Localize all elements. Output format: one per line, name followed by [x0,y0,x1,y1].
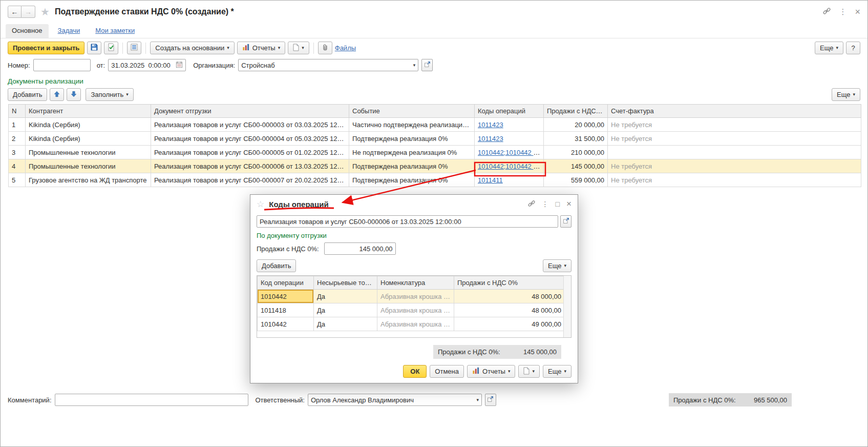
cell-contractor[interactable]: Kikinda (Сербия) [26,118,151,132]
post-and-close-button[interactable]: Провести и закрыть [8,42,84,54]
cell-contractor[interactable]: Промышленные технологии [26,159,151,173]
col-header-sales[interactable]: Продажи с НДС 0% [454,276,565,290]
cell-event[interactable]: Подтверждена реализация 0% [349,132,475,146]
files-link[interactable]: Файлы [335,44,356,52]
responsible-combo[interactable]: ▾ [308,394,482,406]
maximize-icon[interactable]: □ [556,200,560,208]
link-icon[interactable] [528,200,535,209]
cell-event[interactable]: Частично подтверждена реализация 0% [349,118,475,132]
date-input[interactable] [111,62,174,69]
combo-caret-icon[interactable]: ▾ [476,398,479,402]
cell-event[interactable]: Подтверждена реализация 0% [349,173,475,187]
cell-event[interactable]: Подтверждена реализация 0% [349,159,475,173]
cell-contractor[interactable]: Промышленные технологии [26,146,151,159]
cell-non-raw[interactable]: Да [314,303,377,317]
cell-doc[interactable]: Реализация товаров и услуг СБ00-000004 о… [151,132,349,146]
save-button[interactable] [87,42,101,54]
cell-codes[interactable]: 1010442;1010442 и… [475,159,544,173]
cell-invoice[interactable]: Не требуется [608,132,861,146]
dialog-add-button[interactable]: Добавить [257,259,296,272]
fill-button[interactable]: Заполнить ▾ [86,88,133,101]
organization-open-button[interactable] [421,59,433,71]
col-header-event[interactable]: Событие [349,105,475,118]
cell-n[interactable]: 1 [9,118,26,132]
cell-codes[interactable]: 1011423 [475,132,544,146]
col-header-doc[interactable]: Документ отгрузки [151,105,349,118]
cell-sales[interactable]: 48 000,00 [454,290,565,303]
cell-n[interactable]: 2 [9,132,26,146]
kebab-icon[interactable]: ⋮ [542,200,549,208]
tab-notes[interactable]: Мои заметки [89,24,141,38]
by-shipment-doc-link[interactable]: По документу отгрузки [257,232,327,239]
favorite-star-outline-icon[interactable]: ☆ [257,199,264,210]
cell-doc[interactable]: Реализация товаров и услуг СБ00-000006 о… [151,159,349,173]
cell-sales[interactable]: 145 000,00 [544,159,608,173]
reports-button[interactable]: Отчеты ▾ [237,42,285,54]
col-header-invoice[interactable]: Счет-фактура [608,105,861,118]
table-row[interactable]: 3 Промышленные технологии Реализация тов… [9,146,861,159]
responsible-input[interactable] [311,396,474,404]
dialog-table-row[interactable]: 1010442 Да Абразивная крошка №4 49 000,0… [258,317,565,331]
col-header-sales[interactable]: Продажи с НДС 0% [544,105,608,118]
cell-code-current[interactable]: 1010442 [258,290,314,303]
operation-codes-link[interactable]: 1011411 [478,176,503,184]
cell-codes[interactable]: 1010442;1010442 и… [475,146,544,159]
cell-sales[interactable]: 48 000,00 [454,303,565,317]
ok-button[interactable]: ОК [403,365,427,378]
move-down-button[interactable] [67,88,81,101]
cell-nomenclature[interactable]: Абразивная крошка №3 [377,290,454,303]
more-button[interactable]: Еще ▾ [815,42,843,54]
cell-doc[interactable]: Реализация товаров и услуг СБ00-000003 о… [151,118,349,132]
col-header-contractor[interactable]: Контрагент [26,105,151,118]
cell-sales[interactable]: 20 000,00 [544,118,608,132]
register-records-button[interactable] [127,42,141,54]
dialog-templates-dropdown-button[interactable]: ▾ [518,365,540,378]
scrollbar[interactable] [563,276,571,337]
back-button[interactable]: ← [8,6,22,18]
add-row-button[interactable]: Добавить [8,88,47,101]
col-header-code[interactable]: Код операции [258,276,314,290]
dialog-table-row-selected[interactable]: 1010442 Да Абразивная крошка №3 48 000,0… [258,290,565,303]
cell-invoice[interactable] [608,146,861,159]
operation-codes-link[interactable]: 1011423 [478,121,503,129]
dialog-more-button[interactable]: Еще ▾ [543,259,571,272]
post-button[interactable] [104,42,118,54]
cell-sales[interactable]: 559 000,00 [544,173,608,187]
operation-codes-link[interactable]: 1010442;1010442 и… [478,149,544,156]
help-button[interactable]: ? [846,42,860,54]
shipment-doc-input[interactable] [260,218,555,226]
combo-caret-icon[interactable]: ▾ [413,63,416,68]
table-row[interactable]: 2 Kikinda (Сербия) Реализация товаров и … [9,132,861,146]
cell-non-raw[interactable]: Да [314,317,377,331]
comment-input[interactable] [58,396,245,404]
col-header-n[interactable]: N [9,105,26,118]
calendar-icon[interactable] [176,61,183,70]
tab-tasks[interactable]: Задачи [52,24,87,38]
cell-nomenclature[interactable]: Абразивная крошка №5 [377,303,454,317]
col-header-non-raw[interactable]: Несырьевые товары [314,276,377,290]
cell-codes[interactable]: 1011411 [475,173,544,187]
kebab-icon[interactable]: ⋮ [839,7,846,16]
responsible-open-button[interactable] [485,394,496,406]
cell-sales[interactable]: 31 500,00 [544,132,608,146]
dialog-sales-input[interactable] [327,245,393,253]
cell-codes[interactable]: 1011423 [475,118,544,132]
forward-button[interactable]: → [22,6,35,18]
cell-contractor[interactable]: Грузовое агентство на ЖД транспорте [26,173,151,187]
table-more-button[interactable]: Еще ▾ [832,88,860,101]
cell-n[interactable]: 4 [9,159,26,173]
templates-dropdown-button[interactable]: ▾ [288,42,309,54]
create-based-on-button[interactable]: Создать на основании ▾ [150,42,234,54]
number-input[interactable] [36,62,88,69]
organization-input[interactable] [241,62,411,69]
cell-sales[interactable]: 49 000,00 [454,317,565,331]
cell-doc[interactable]: Реализация товаров и услуг СБ00-000005 о… [151,146,349,159]
cell-n[interactable]: 3 [9,146,26,159]
link-icon[interactable] [823,7,831,16]
tab-main[interactable]: Основное [6,24,49,38]
table-row-selected[interactable]: 4 Промышленные технологии Реализация тов… [9,159,861,173]
cell-code[interactable]: 1011418 [258,303,314,317]
cell-contractor[interactable]: Kikinda (Сербия) [26,132,151,146]
table-row[interactable]: 1 Kikinda (Сербия) Реализация товаров и … [9,118,861,132]
cell-code[interactable]: 1010442 [258,317,314,331]
